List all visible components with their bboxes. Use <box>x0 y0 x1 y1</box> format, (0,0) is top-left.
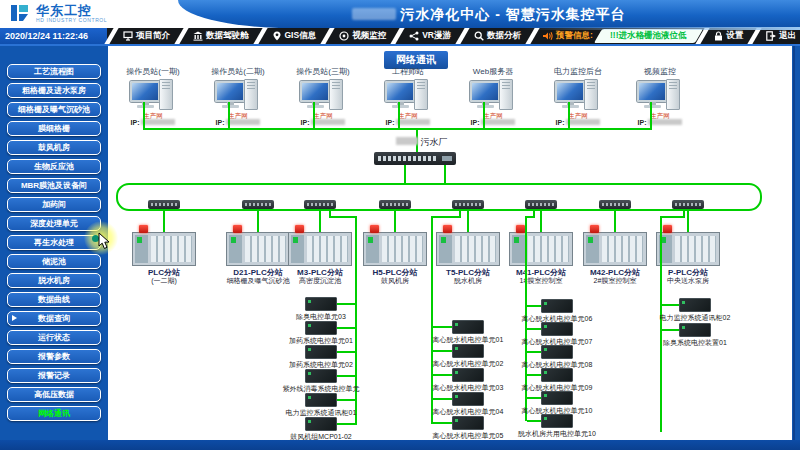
net-line <box>337 375 355 377</box>
plc-sub: 中央送水泵房 <box>643 277 733 285</box>
sidebar-item-fine-screen[interactable]: 细格栅及曝气沉砂池 <box>7 102 101 117</box>
sidebar-item-dewatering-room[interactable]: 脱水机房 <box>7 273 101 288</box>
banner-accent <box>520 27 800 30</box>
alert-message-box[interactable]: !!!进水格栅池液位低 <box>594 29 703 43</box>
device-node-icon <box>305 369 337 383</box>
sidebar-item-advanced-treatment[interactable]: 深度处理单元 <box>7 216 101 231</box>
workstation-icon <box>470 79 516 111</box>
net-line <box>444 165 446 185</box>
net-label: 生产网 <box>366 112 450 119</box>
device-node-icon <box>541 414 573 428</box>
location-icon <box>272 31 282 41</box>
sidebar-item-coarse-screen[interactable]: 粗格栅及进水泵房 <box>7 83 101 98</box>
exit-button[interactable]: 退出 <box>759 28 800 44</box>
net-line <box>337 423 355 425</box>
menu-item-project-intro[interactable]: 项目简介 <box>116 28 177 44</box>
ip-label: IP: <box>131 119 140 126</box>
sidebar-item-data-curve[interactable]: 数据曲线 <box>7 292 101 307</box>
camera-icon <box>339 31 349 41</box>
ring-switch-icon <box>242 200 274 209</box>
plc-name: P-PLC分站 <box>643 268 733 277</box>
menu-item-label: 数据分析 <box>487 30 521 42</box>
workstation-icon <box>385 79 431 111</box>
device-node-icon <box>305 297 337 311</box>
ring-switch-icon <box>379 200 411 209</box>
top-menu-bar: 2020/12/24 11:22:46 项目简介 数据驾驶舱 GIS信息 视频监… <box>0 28 800 46</box>
menu-right-group: 设置 退出 <box>698 28 800 44</box>
device-node-icon <box>541 299 573 313</box>
net-line <box>431 216 461 218</box>
sidebar-item-run-status[interactable]: 运行状态 <box>7 330 101 345</box>
plc-node: PLC分站 (一二期) <box>119 224 209 285</box>
net-line <box>527 328 541 330</box>
title-banner: 污水净化中心 - 智慧污水集控平台 <box>178 0 800 28</box>
sidebar-item-network-comm[interactable]: 网络通讯 <box>7 406 101 421</box>
workstation-node: 操作员站(三期) 生产网 IP: <box>281 66 365 127</box>
sidebar-item-dosing-room[interactable]: 加药间 <box>7 197 101 212</box>
device-node-icon <box>679 298 711 312</box>
net-line <box>433 422 452 424</box>
sidebar-item-alarm-log[interactable]: 报警记录 <box>7 368 101 383</box>
net-line <box>143 102 145 128</box>
ip-label: IP: <box>216 119 225 126</box>
ip-row: IP: <box>366 119 450 127</box>
sidebar-item-data-query[interactable]: 数据查询 <box>7 311 101 326</box>
station-name: 操作员站(一期) <box>111 66 195 77</box>
menu-item-label: VR漫游 <box>422 30 451 42</box>
alarm-beacon-icon <box>233 225 242 233</box>
net-label: 生产网 <box>618 112 702 119</box>
sidebar-item-blower-room[interactable]: 鼓风机房 <box>7 140 101 155</box>
net-line <box>313 102 315 128</box>
net-line <box>398 102 400 128</box>
device-node-icon <box>541 322 573 336</box>
station-name: 操作员站(三期) <box>281 66 365 77</box>
menu-item-vr-tour[interactable]: VR漫游 <box>402 28 458 44</box>
alarm-beacon-icon <box>516 225 525 233</box>
sidebar-item-bio-reactor[interactable]: 生物反应池 <box>7 159 101 174</box>
device-node-icon <box>305 321 337 335</box>
plc-icon <box>363 232 427 266</box>
brand-name: 华东工控 <box>36 4 107 17</box>
net-line <box>433 350 452 352</box>
sidebar-item-hv-lv-data[interactable]: 高低压数据 <box>7 387 101 402</box>
menu-item-data-analysis[interactable]: 数据分析 <box>467 28 528 44</box>
device-label: 脱水机房共用电控单元10 <box>492 429 622 439</box>
menu-item-video-monitor[interactable]: 视频监控 <box>332 28 393 44</box>
workstation-node: 操作员站(一期) 生产网 IP: <box>111 66 195 127</box>
sidebar-item-sludge-tank[interactable]: 储泥池 <box>7 254 101 269</box>
redacted-ip <box>481 119 515 125</box>
net-label: 生产网 <box>536 112 620 119</box>
ring-switch-icon <box>304 200 336 209</box>
ip-row: IP: <box>111 119 195 127</box>
settings-button[interactable]: 设置 <box>707 28 750 44</box>
alert-label-text: 预警信息: <box>556 30 593 42</box>
net-line <box>660 216 685 218</box>
network-topology-canvas: 网络通讯 操作员站(一期) 生产网 IP: 操作员站(二期) 生产网 IP: 操… <box>108 46 792 440</box>
sidebar-item-membrane-screen[interactable]: 膜细格栅 <box>7 121 101 136</box>
net-line <box>527 374 541 376</box>
plant-name: 污水厂 <box>421 137 448 147</box>
sidebar-item-process-flow[interactable]: 工艺流程图 <box>7 64 101 79</box>
sidebar-item-reclaimed-water[interactable]: 再生水处理 <box>7 235 101 250</box>
menu-item-data-cockpit[interactable]: 数据驾驶舱 <box>186 28 256 44</box>
net-line <box>337 303 355 305</box>
net-line <box>337 399 355 401</box>
net-line <box>527 397 541 399</box>
net-line <box>527 305 541 307</box>
sidebar-item-mbr[interactable]: MBR膜池及设备间 <box>7 178 101 193</box>
lock-icon <box>714 31 723 41</box>
ip-label: IP: <box>556 119 565 126</box>
sidebar-item-alarm-params[interactable]: 报警参数 <box>7 349 101 364</box>
device-node-icon <box>541 391 573 405</box>
redacted-ip <box>226 119 260 125</box>
workstation-node: 电力监控后台 生产网 IP: <box>536 66 620 127</box>
menu-item-gis-info[interactable]: GIS信息 <box>265 28 324 44</box>
net-line <box>337 327 355 329</box>
device-node-icon <box>305 417 337 431</box>
ip-row: IP: <box>281 119 365 127</box>
device-node-icon <box>452 368 484 382</box>
device-node-icon <box>541 368 573 382</box>
menu-item-label: GIS信息 <box>285 30 317 42</box>
station-name: 操作员站(二期) <box>196 66 280 77</box>
workstation-node: Web服务器 生产网 IP: <box>451 66 535 127</box>
